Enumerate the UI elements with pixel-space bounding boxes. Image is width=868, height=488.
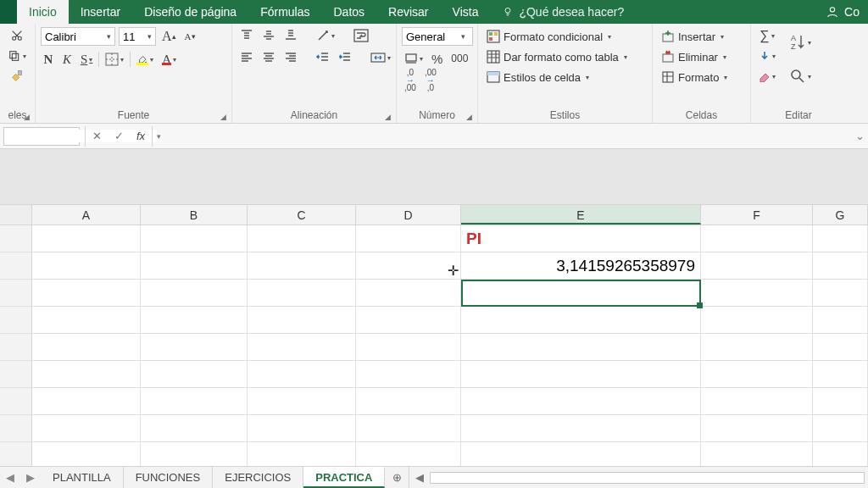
formula-input[interactable]	[153, 127, 851, 146]
align-top-icon[interactable]	[237, 27, 256, 44]
cell[interactable]	[248, 361, 356, 388]
wrap-text-icon[interactable]	[351, 27, 371, 44]
sheet-nav-next-icon[interactable]: ▶	[20, 467, 41, 488]
cell-E1[interactable]: PI	[461, 225, 701, 252]
autosum-icon[interactable]: ∑▾	[756, 27, 778, 44]
cell[interactable]	[701, 280, 813, 307]
cell[interactable]	[248, 225, 356, 252]
cell[interactable]	[248, 334, 356, 361]
cell[interactable]	[813, 415, 868, 442]
align-center-icon[interactable]	[259, 49, 278, 66]
font-size-combo[interactable]: ▾	[119, 27, 156, 46]
scroll-track[interactable]	[430, 472, 865, 484]
scroll-left-icon[interactable]: ◀	[413, 471, 426, 484]
cell[interactable]	[248, 280, 356, 307]
account-button[interactable]: Co	[817, 0, 868, 24]
merge-center-icon[interactable]: ▾	[368, 49, 393, 66]
col-header-D[interactable]: D	[356, 205, 461, 225]
col-header-F[interactable]: F	[701, 205, 813, 225]
cell[interactable]	[32, 388, 141, 415]
increase-font-icon[interactable]: A▴	[159, 28, 179, 45]
thousands-icon[interactable]: 000	[448, 50, 470, 67]
tab-insertar[interactable]: Insertar	[69, 0, 132, 24]
file-tab-sliver[interactable]	[0, 0, 17, 24]
col-header-E[interactable]: E	[461, 205, 701, 225]
cell[interactable]	[701, 307, 813, 334]
cell[interactable]	[141, 388, 248, 415]
cell[interactable]	[32, 280, 141, 307]
italic-button[interactable]: K	[59, 51, 75, 68]
cell[interactable]	[701, 334, 813, 361]
cell[interactable]	[356, 252, 461, 280]
dialog-launcher-icon[interactable]: ◢	[24, 113, 30, 121]
increase-decimal-icon[interactable]: ,0→,00	[402, 71, 419, 88]
col-header-A[interactable]: A	[32, 205, 141, 225]
cell[interactable]	[813, 361, 868, 388]
cell[interactable]	[356, 280, 461, 307]
cell[interactable]	[461, 307, 701, 334]
underline-button[interactable]: S▾	[78, 51, 95, 68]
cell[interactable]	[356, 225, 461, 252]
align-bottom-icon[interactable]	[281, 27, 300, 44]
row-header[interactable]	[0, 388, 32, 415]
decrease-decimal-icon[interactable]: ,00→,0	[422, 71, 439, 88]
sheet-tab-plantilla[interactable]: PLANTILLA	[41, 467, 124, 488]
cell[interactable]	[701, 415, 813, 442]
tell-me[interactable]: ¿Qué desea hacer?	[502, 0, 624, 24]
align-left-icon[interactable]	[237, 49, 256, 66]
fx-icon[interactable]: fx	[130, 130, 152, 142]
row-header[interactable]	[0, 415, 32, 442]
cell[interactable]	[356, 334, 461, 361]
sheet-tab-funciones[interactable]: FUNCIONES	[124, 467, 214, 488]
grid[interactable]: PI 3,14159265358979	[0, 225, 868, 469]
decrease-font-icon[interactable]: A▾	[182, 28, 198, 45]
select-all-corner[interactable]	[0, 205, 32, 225]
chevron-down-icon[interactable]: ▾	[143, 32, 155, 41]
row-header[interactable]	[0, 280, 32, 307]
col-header-C[interactable]: C	[248, 205, 356, 225]
cell[interactable]	[813, 334, 868, 361]
cell[interactable]	[248, 388, 356, 415]
cell[interactable]	[813, 252, 868, 280]
row-header[interactable]	[0, 307, 32, 334]
find-select-icon[interactable]: ▾	[787, 61, 814, 92]
orientation-icon[interactable]: ▾	[314, 27, 337, 44]
cell[interactable]	[701, 252, 813, 280]
cell-styles-button[interactable]: Estilos de celda▾	[483, 68, 631, 86]
chevron-down-icon[interactable]: ▾	[103, 32, 114, 41]
sheet-nav-prev-icon[interactable]: ◀	[0, 467, 20, 488]
cell[interactable]	[356, 388, 461, 415]
cell[interactable]	[32, 307, 141, 334]
tab-datos[interactable]: Datos	[322, 0, 377, 24]
sort-filter-icon[interactable]: AZ▾	[787, 27, 814, 58]
cell[interactable]	[141, 334, 248, 361]
format-cells-button[interactable]: Formato▾	[658, 68, 731, 86]
dialog-launcher-icon[interactable]: ◢	[385, 113, 391, 121]
bold-button[interactable]: N	[41, 51, 56, 68]
cell[interactable]	[813, 225, 868, 252]
decrease-indent-icon[interactable]	[314, 49, 332, 66]
cell[interactable]	[141, 252, 248, 280]
cell[interactable]	[32, 361, 141, 388]
conditional-formatting-button[interactable]: Formato condicional▾	[483, 27, 631, 46]
clear-icon[interactable]: ▾	[756, 68, 778, 85]
cell-E2[interactable]: 3,14159265358979	[461, 252, 701, 280]
cell[interactable]	[32, 415, 141, 442]
borders-button[interactable]: ▾	[103, 51, 126, 68]
cell[interactable]	[461, 415, 701, 442]
cell[interactable]	[356, 307, 461, 334]
cell[interactable]	[701, 388, 813, 415]
cell[interactable]	[141, 415, 248, 442]
fill-color-button[interactable]: ▾	[134, 51, 156, 68]
cell[interactable]	[461, 280, 701, 307]
tab-inicio[interactable]: Inicio	[17, 0, 69, 24]
cell[interactable]	[356, 361, 461, 388]
tab-diseno[interactable]: Diseño de página	[132, 0, 248, 24]
increase-indent-icon[interactable]	[336, 49, 354, 66]
chevron-down-icon[interactable]: ▾	[457, 32, 469, 41]
row-header[interactable]	[0, 225, 32, 252]
dialog-launcher-icon[interactable]: ◢	[466, 113, 472, 121]
delete-cells-button[interactable]: Eliminar▾	[658, 47, 731, 66]
font-size-input[interactable]	[120, 30, 143, 43]
cell[interactable]	[141, 307, 248, 334]
